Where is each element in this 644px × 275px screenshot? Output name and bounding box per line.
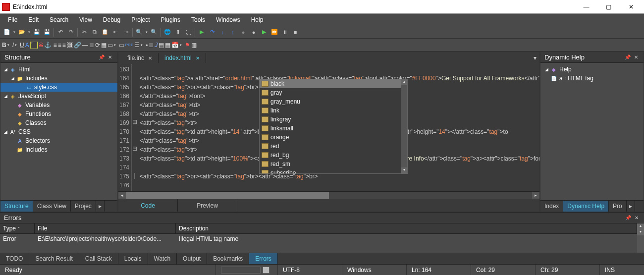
list-dropdown-icon[interactable]: ▾ bbox=[141, 43, 145, 47]
tree-item-css[interactable]: ◢A²CSS bbox=[0, 127, 117, 136]
flag-icon[interactable]: ⚑ bbox=[185, 42, 190, 49]
pin-icon[interactable]: 📌 bbox=[624, 54, 631, 61]
status-ins[interactable]: INS bbox=[599, 265, 644, 275]
browser-icon[interactable]: 🌐 bbox=[162, 27, 172, 37]
error-row[interactable]: Error E:\E\share\!projects\healthwyse\fo… bbox=[0, 234, 637, 244]
fold-column[interactable]: ⊟⊟| bbox=[132, 64, 138, 191]
scroll-left-icon[interactable]: ◂ bbox=[118, 192, 126, 199]
ol-icon[interactable]: ⦁ bbox=[146, 42, 148, 49]
panel-close-icon[interactable]: ✕ bbox=[633, 54, 640, 61]
find-icon[interactable]: 🔍 bbox=[134, 27, 144, 37]
image-icon[interactable]: 🖼 bbox=[67, 42, 73, 49]
editor-tab-indexhtml[interactable]: index.html✕ bbox=[159, 53, 206, 63]
autocomplete-item[interactable]: red_bg bbox=[260, 151, 401, 160]
autocomplete-item[interactable]: red bbox=[260, 142, 401, 151]
autocomplete-item[interactable]: red_sm bbox=[260, 160, 401, 168]
bold-dropdown-icon[interactable]: ▾ bbox=[7, 43, 11, 47]
tabs-dropdown-icon[interactable]: ▾ bbox=[531, 55, 539, 61]
menu-help[interactable]: Help bbox=[246, 15, 268, 25]
step-over-icon[interactable]: ↷ bbox=[207, 27, 217, 37]
menu-file[interactable]: File bbox=[3, 15, 22, 25]
close-button[interactable]: ✕ bbox=[620, 0, 642, 14]
autocomplete-item[interactable]: link bbox=[260, 106, 401, 115]
scroll-down-icon[interactable]: ▾ bbox=[401, 167, 407, 173]
div-dropdown-icon[interactable]: ▾ bbox=[114, 43, 118, 47]
col-file[interactable]: File bbox=[35, 223, 176, 233]
cut-icon[interactable]: ✂ bbox=[79, 27, 89, 37]
highlight-icon[interactable]: ⬛ bbox=[30, 42, 38, 49]
zoom-slider[interactable] bbox=[263, 267, 269, 274]
div-icon[interactable]: ▭ bbox=[107, 42, 113, 49]
stop-debug-icon[interactable]: ■ bbox=[290, 27, 300, 37]
step-out-icon[interactable]: ↑ bbox=[228, 27, 238, 37]
anchor-icon[interactable]: ⚓ bbox=[44, 42, 52, 49]
tree-item-includes[interactable]: ◢📁Includes bbox=[0, 74, 117, 83]
fast-forward-icon[interactable]: ⏩ bbox=[269, 27, 279, 37]
style-icon[interactable]: ▤ bbox=[159, 42, 164, 49]
menu-edit[interactable]: Edit bbox=[23, 15, 44, 25]
run-icon[interactable]: ▶ bbox=[197, 27, 207, 37]
indent-left-icon[interactable]: ⇤ bbox=[110, 27, 120, 37]
autocomplete-item[interactable]: gray_menu bbox=[260, 97, 401, 106]
view-tab-preview[interactable]: Preview bbox=[178, 199, 237, 212]
link-icon[interactable]: 🔗 bbox=[74, 42, 81, 49]
list-icon[interactable]: ☰ bbox=[134, 42, 140, 49]
redo-icon[interactable]: ↷ bbox=[66, 27, 76, 37]
help-root[interactable]: ◢◆Help bbox=[540, 65, 644, 74]
align-left-icon[interactable]: ≡ bbox=[54, 42, 57, 49]
errors-scrollbar[interactable]: ▴ ▾ bbox=[637, 223, 644, 253]
new-dropdown-icon[interactable]: ▾ bbox=[12, 27, 16, 37]
date-dropdown-icon[interactable]: ▾ bbox=[180, 43, 184, 47]
menu-windows[interactable]: Windows bbox=[211, 15, 245, 25]
autocomplete-scrollbar[interactable]: ▴ ▾ bbox=[401, 79, 407, 173]
pause-icon[interactable]: ⏸ bbox=[280, 27, 290, 37]
editor-hscrollbar[interactable]: ◂ ▸ bbox=[118, 191, 539, 199]
date-icon[interactable]: 📅 bbox=[171, 42, 179, 49]
tab-scroll-right-icon[interactable]: ▸ bbox=[627, 201, 635, 212]
fullscreen-icon[interactable]: ⛶ bbox=[183, 27, 193, 37]
status-encoding[interactable]: UTF-8 bbox=[277, 265, 342, 275]
tree-item-variables[interactable]: ◆Variables bbox=[0, 101, 117, 110]
view-tab-code[interactable]: Code bbox=[118, 199, 178, 212]
tree-item-css-includes[interactable]: 📁Includes bbox=[0, 145, 117, 154]
table-icon[interactable]: ▦ bbox=[101, 42, 107, 49]
menu-search[interactable]: Search bbox=[45, 15, 73, 25]
tab-classview[interactable]: Class View bbox=[33, 201, 71, 212]
open-dropdown-icon[interactable]: ▾ bbox=[27, 27, 31, 37]
tree-item-html[interactable]: ◢◈Html bbox=[0, 65, 117, 74]
strike-icon[interactable]: S bbox=[39, 42, 43, 49]
menu-project[interactable]: Project bbox=[126, 15, 155, 25]
tab-properties[interactable]: Pro bbox=[609, 201, 627, 212]
autocomplete-item[interactable]: black bbox=[260, 79, 401, 88]
col-type[interactable]: Type˅ bbox=[0, 223, 35, 233]
tab-locals[interactable]: Locals bbox=[118, 253, 148, 264]
tab-structure[interactable]: Structure bbox=[0, 201, 33, 212]
refresh-icon[interactable]: ⟳ bbox=[95, 42, 100, 49]
script-icon[interactable]: J bbox=[155, 42, 158, 49]
menu-debug[interactable]: Debug bbox=[98, 15, 125, 25]
autocomplete-item[interactable]: subscribe bbox=[260, 168, 401, 173]
copy-icon[interactable]: ⧉ bbox=[90, 27, 100, 37]
autocomplete-item[interactable]: linksmall bbox=[260, 124, 401, 133]
help-item-a-tag[interactable]: 📄a : HTML tag bbox=[540, 74, 644, 83]
bold-icon[interactable]: B bbox=[2, 42, 6, 49]
step-into-icon[interactable]: ↓ bbox=[217, 27, 227, 37]
save-icon[interactable]: 💾 bbox=[32, 27, 42, 37]
stop-icon[interactable]: ● bbox=[249, 27, 259, 37]
underline-icon[interactable]: U bbox=[20, 42, 24, 49]
maximize-button[interactable]: ▢ bbox=[597, 0, 620, 14]
scroll-right-icon[interactable]: ▸ bbox=[532, 192, 539, 199]
palette-icon[interactable]: ▦ bbox=[165, 42, 170, 49]
tree-item-selectors[interactable]: ASelectors bbox=[0, 136, 117, 145]
scroll-up-icon[interactable]: ▴ bbox=[401, 79, 407, 85]
pin-icon[interactable]: 📌 bbox=[98, 54, 105, 61]
font-icon[interactable]: A bbox=[25, 42, 29, 49]
tab-search-result[interactable]: Search Result bbox=[29, 253, 79, 264]
status-eol[interactable]: Windows bbox=[342, 265, 406, 275]
autocomplete-item[interactable]: linkgray bbox=[260, 115, 401, 124]
dl-icon[interactable]: ≣ bbox=[149, 42, 154, 49]
tab-bookmarks[interactable]: Bookmarks bbox=[207, 253, 249, 264]
continue-icon[interactable]: ▶ bbox=[259, 27, 269, 37]
pre-icon[interactable]: PRE bbox=[125, 43, 133, 47]
tree-item-functions[interactable]: ◆Functions bbox=[0, 110, 117, 118]
